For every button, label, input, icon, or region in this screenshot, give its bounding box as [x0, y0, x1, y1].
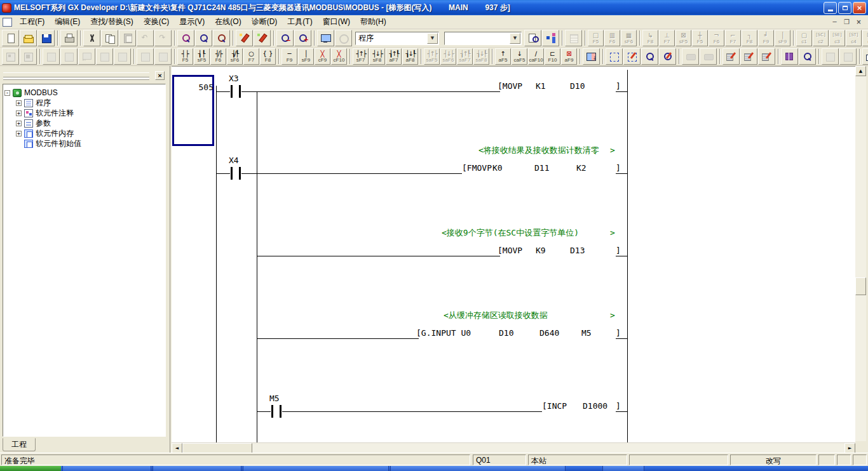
program-list-icon[interactable]	[839, 48, 857, 65]
instruction-token[interactable]: K1	[536, 82, 546, 91]
toolbar-button[interactable]	[793, 30, 794, 46]
contact-label[interactable]: X4	[229, 156, 239, 165]
closed-contact-button[interactable]: ┤/├ F6	[210, 48, 226, 65]
sfc-dummy-sf5-button[interactable]: ⊠ sF5	[675, 30, 691, 46]
parallel-open-contact-button[interactable]: ┧┞ sF5	[194, 48, 210, 65]
toolbar-button[interactable]	[233, 30, 234, 46]
instruction-token[interactable]: K0	[492, 164, 503, 173]
open-contact-button[interactable]: ┤├ F5	[177, 48, 193, 65]
toolbar-button[interactable]	[818, 49, 820, 64]
coil-button[interactable]: ○ F7	[243, 48, 259, 65]
instruction-token[interactable]: [G.INPUT U0	[416, 329, 471, 338]
write-mode-button[interactable]	[623, 48, 641, 65]
instruction-token[interactable]: D10	[499, 329, 513, 338]
menu-item[interactable]: 编辑(E)	[50, 15, 85, 29]
sfc-jump-f8-button[interactable]: ↳ F8	[642, 30, 658, 46]
instruction-token[interactable]: D11	[534, 164, 549, 173]
rising-pulse-contact-button[interactable]: ┤↑├ sF7	[353, 48, 369, 65]
scroll-up-icon[interactable]: ▲	[855, 66, 866, 76]
instruction-token[interactable]: [MOVP	[498, 82, 522, 91]
tab-project[interactable]: 工程	[3, 438, 36, 451]
device-memory-button[interactable]	[781, 48, 798, 65]
tree-item-device-init[interactable]: 软元件初始值	[16, 138, 164, 149]
instruction-token[interactable]: [MOVP	[498, 246, 522, 255]
device-comment-edit-button[interactable]	[236, 30, 253, 46]
comment-display-button[interactable]	[682, 48, 699, 65]
save-project-button[interactable]	[37, 30, 55, 46]
invert-result-button[interactable]: ∕ caF10	[528, 48, 544, 65]
tree-item-program[interactable]: + 程序	[16, 98, 164, 108]
paste-button[interactable]	[119, 30, 136, 46]
open-contact[interactable]	[271, 405, 282, 418]
macro-button[interactable]	[565, 30, 582, 46]
expand-toggle[interactable]: +	[16, 121, 22, 126]
falling-pulse-button[interactable]: ↓ caF5	[512, 48, 527, 65]
find-string-button[interactable]	[213, 30, 230, 46]
expand-toggle[interactable]: +	[16, 100, 22, 106]
toolbar-button[interactable]	[580, 49, 581, 64]
chevron-down-icon[interactable]: ▼	[427, 33, 438, 44]
tree-item-device-comment[interactable]: + 软元件注释	[16, 108, 164, 118]
delete-horizontal-line-button[interactable]: ╳ cF9	[315, 48, 330, 65]
instruction-token[interactable]: D1000	[583, 402, 607, 411]
toolbar-button[interactable]	[349, 49, 351, 64]
instruction-token[interactable]: D13	[570, 246, 585, 255]
target-combo[interactable]: ▼	[444, 32, 522, 45]
application-instruction-button[interactable]: { } F8	[260, 48, 276, 65]
sfc-block-sf6-button[interactable]: ▦ sF6	[621, 30, 637, 46]
scan-time-icon[interactable]	[822, 48, 839, 65]
program-check-button[interactable]	[335, 30, 352, 46]
scroll-left-icon[interactable]: ◄	[172, 443, 182, 453]
panel-grip[interactable]	[3, 72, 149, 77]
parallel-closed-contact-button[interactable]: ┧/┞ sF6	[227, 48, 243, 65]
toolbar-button[interactable]	[492, 49, 493, 64]
zoom-out-button[interactable]	[276, 30, 294, 46]
sfc-symbol-f6-button[interactable]: ¬ F6	[709, 30, 724, 46]
taskbar-window-button[interactable]	[153, 466, 241, 471]
sfc-symbol-f5-button[interactable]: ┼ F5	[692, 30, 708, 46]
find-in-project-button[interactable]	[524, 30, 541, 46]
instruction-token[interactable]: [FMOVP	[462, 164, 492, 173]
menu-item[interactable]: 变换(C)	[139, 15, 175, 29]
taskbar-window-button[interactable]	[602, 466, 644, 471]
monitor-window-button[interactable]	[317, 30, 334, 46]
toolbar-button[interactable]	[174, 30, 175, 46]
open-contact[interactable]	[230, 167, 241, 180]
panel-close-icon[interactable]: ×	[155, 71, 165, 80]
sfc-c1-button[interactable]: ▢ c1	[796, 30, 812, 46]
instruction-token[interactable]: K9	[536, 246, 546, 255]
rising-pulse-close-button[interactable]: ┤↑├ saF5	[424, 48, 440, 65]
toolbar-button[interactable]	[679, 49, 680, 64]
instruction-token[interactable]: D640	[539, 329, 559, 338]
taskbar-window-button[interactable]	[390, 466, 566, 471]
monitor-mode-button[interactable]	[641, 48, 658, 65]
taskbar-window-button[interactable]	[62, 466, 151, 471]
rising-pulse-button[interactable]: ↑ aF5	[495, 48, 511, 65]
project-data-list-button[interactable]	[542, 30, 559, 46]
contact-label[interactable]: M5	[269, 394, 280, 403]
menu-item[interactable]: 查找/替换(S)	[85, 15, 138, 29]
toolbar-button[interactable]	[639, 30, 641, 46]
open-project-button[interactable]	[20, 30, 37, 46]
toolbar-button[interactable]	[133, 49, 135, 64]
instruction-token[interactable]: M5	[581, 329, 592, 338]
step-run-button[interactable]	[154, 48, 172, 65]
close-button[interactable]: ×	[853, 2, 866, 14]
child-restore-icon[interactable]: ❐	[841, 17, 852, 27]
falling-pulse-contact-button[interactable]: ┤↓├ sF8	[369, 48, 385, 65]
vertical-scroll-thumb[interactable]	[855, 277, 866, 295]
sfc-transition-f6-button[interactable]: ▥ F6	[604, 30, 620, 46]
program-type-combo[interactable]: 程序 ▼	[355, 32, 439, 45]
minimize-button[interactable]	[824, 2, 837, 14]
sort-button[interactable]	[96, 48, 113, 65]
toolbar-button[interactable]	[57, 30, 58, 46]
redo-button[interactable]	[154, 30, 172, 46]
expand-toggle[interactable]: +	[16, 131, 22, 136]
child-close-icon[interactable]: ×	[853, 17, 864, 27]
parallel-rising-close-button[interactable]: ┧↑┞ saF7	[457, 48, 473, 65]
toolbar-button[interactable]	[273, 30, 275, 46]
find-instruction-button[interactable]	[195, 30, 212, 46]
windows-taskbar[interactable]	[0, 466, 868, 471]
delete-line-button[interactable]: ⊠ aF9	[561, 48, 577, 65]
vertical-scrollbar[interactable]: ▲ ▼	[855, 66, 866, 453]
